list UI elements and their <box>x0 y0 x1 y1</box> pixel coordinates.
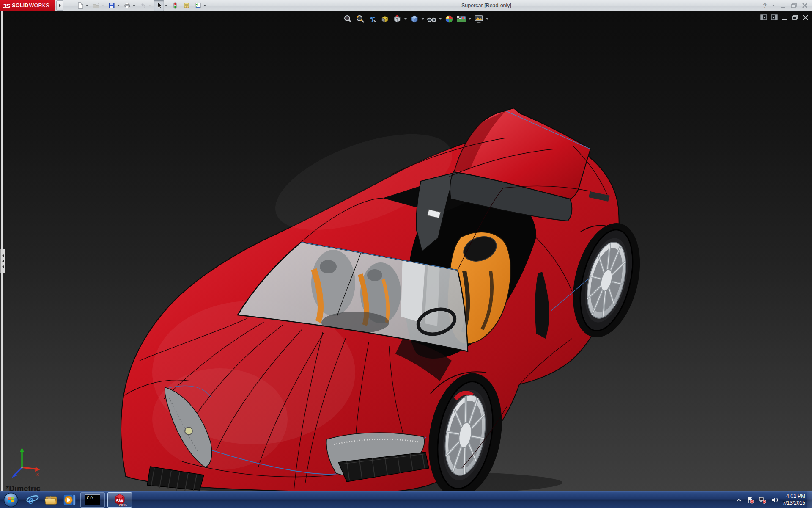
featuremanager-splitter-handle[interactable] <box>0 249 5 273</box>
help-button[interactable]: ? <box>763 3 767 8</box>
flyout-arrow-icon <box>59 4 61 7</box>
minimize-button[interactable] <box>780 3 786 8</box>
print-button-group <box>122 1 136 11</box>
view-orientation-caret[interactable] <box>404 18 407 20</box>
display-style-cube-icon <box>410 14 419 24</box>
display-style-caret[interactable] <box>422 18 424 20</box>
taskbar-item-internet-explorer[interactable]: e <box>23 491 42 508</box>
show-hidden-icons-chevron[interactable] <box>735 497 742 503</box>
car-model-3d[interactable] <box>0 11 812 491</box>
hide-show-items-caret[interactable] <box>439 18 442 20</box>
rebuild-traffic-light-icon <box>172 2 178 9</box>
file-properties-icon <box>183 2 190 9</box>
apply-scene-button[interactable] <box>456 14 466 24</box>
windows-media-player-icon <box>63 493 77 507</box>
splitter-arrow-icon <box>2 265 4 268</box>
solidworks-2015-icon: SW 2015 <box>112 492 127 508</box>
view-orientation-button[interactable] <box>392 14 402 24</box>
open-caret[interactable] <box>102 5 104 6</box>
window-controls: ? <box>763 0 808 11</box>
close-button[interactable] <box>802 3 808 8</box>
windows-taskbar: e C:\_ S <box>0 491 812 508</box>
zoom-to-area-button[interactable] <box>355 14 365 24</box>
solidworks-logo: 3S SOLID WORKS <box>0 0 55 11</box>
show-desktop-button[interactable] <box>807 491 812 508</box>
print-caret[interactable] <box>133 5 135 6</box>
view-orientation-label: *Dimetric <box>6 484 41 491</box>
svg-text:e: e <box>28 494 33 506</box>
start-button[interactable] <box>3 492 19 508</box>
hide-show-glasses-icon <box>427 14 437 24</box>
x-axis-arrow <box>35 467 40 472</box>
taskbar-item-solidworks-2015[interactable]: SW 2015 <box>107 492 132 508</box>
new-document-button[interactable] <box>75 1 85 11</box>
file-properties-button[interactable] <box>181 1 191 11</box>
hide-show-items-button[interactable] <box>426 14 437 24</box>
svg-text:2015: 2015 <box>119 503 127 507</box>
y-axis-arrow <box>20 447 24 452</box>
network-disconnected-icon[interactable] <box>758 496 767 504</box>
main-toolbar <box>75 0 208 11</box>
zoom-to-fit-button[interactable] <box>343 14 353 24</box>
restore-button[interactable] <box>791 3 797 8</box>
rebuild-button[interactable] <box>170 1 180 11</box>
splitter-arrow-icon <box>2 260 4 262</box>
select-button[interactable] <box>154 0 164 11</box>
clock-time: 4:01 PM <box>783 493 805 500</box>
print-icon <box>124 2 131 9</box>
new-document-caret[interactable] <box>86 5 88 6</box>
clock-date: 7/13/2015 <box>783 500 805 507</box>
section-view-icon <box>380 14 390 24</box>
document-window-controls <box>760 14 809 21</box>
undo-button[interactable] <box>138 1 148 11</box>
display-style-button[interactable] <box>409 14 420 24</box>
save-button[interactable] <box>107 1 116 11</box>
section-view-button[interactable] <box>379 14 390 24</box>
help-caret[interactable] <box>772 5 775 6</box>
volume-icon[interactable] <box>771 496 779 504</box>
previous-view-icon <box>368 14 377 24</box>
open-button[interactable] <box>91 1 101 11</box>
system-tray: 4:01 PM 7/13/2015 <box>735 491 805 508</box>
solidworks-logo-text-light: WORKS <box>29 3 49 8</box>
view-settings-monitor-icon <box>474 14 484 24</box>
splitter-arrow-icon <box>2 254 4 257</box>
menu-flyout-button[interactable] <box>56 0 63 11</box>
view-settings-caret[interactable] <box>486 18 488 20</box>
print-button[interactable] <box>122 1 132 11</box>
action-center-flag-icon[interactable] <box>746 496 754 504</box>
zoom-to-fit-icon <box>343 14 353 24</box>
edit-appearance-button[interactable] <box>444 14 454 24</box>
heads-up-view-toolbar <box>343 14 489 24</box>
taskbar-clock[interactable]: 4:01 PM 7/13/2015 <box>783 493 805 506</box>
taskbar-item-command-prompt[interactable]: C:\_ <box>80 492 105 508</box>
options-button[interactable] <box>193 1 203 11</box>
options-caret[interactable] <box>203 5 206 6</box>
pane-expand-left-icon[interactable] <box>760 14 767 21</box>
internet-explorer-icon: e <box>26 493 39 507</box>
options-button-group <box>193 1 207 11</box>
select-button-group <box>154 0 168 11</box>
document-restore-button[interactable] <box>792 14 798 21</box>
save-caret[interactable] <box>117 5 120 6</box>
apply-scene-caret[interactable] <box>469 18 471 20</box>
undo-caret[interactable] <box>148 5 151 6</box>
file-properties-button-group <box>181 1 191 11</box>
solidworks-logo-mark: 3S <box>3 2 10 9</box>
save-icon <box>108 2 115 9</box>
document-close-button[interactable] <box>802 14 809 21</box>
select-cursor-icon <box>156 2 162 9</box>
open-button-group <box>91 1 105 11</box>
undo-button-group <box>138 1 152 11</box>
taskbar-item-file-explorer[interactable] <box>42 491 60 508</box>
taskbar-item-media-player[interactable] <box>60 491 79 508</box>
document-minimize-button[interactable] <box>782 14 788 21</box>
new-document-icon <box>77 2 84 9</box>
view-settings-button[interactable] <box>473 14 484 24</box>
pane-expand-right-icon[interactable] <box>771 14 778 21</box>
graphics-viewport[interactable]: x *Dimetric <box>0 11 812 491</box>
previous-view-button[interactable] <box>367 14 378 24</box>
options-checklist-icon <box>195 2 201 9</box>
x-axis-label: x <box>36 472 39 477</box>
select-caret[interactable] <box>165 5 167 6</box>
